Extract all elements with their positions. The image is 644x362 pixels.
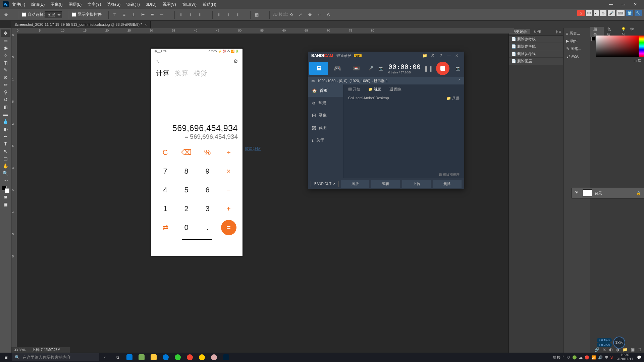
taskbar-photoshop[interactable] (220, 353, 232, 362)
tool-hand[interactable]: ✋ (1, 162, 10, 170)
sogou-ime-icon[interactable]: S (577, 10, 585, 16)
tray-expand-icon[interactable]: ˄ (562, 355, 565, 360)
bandicam-sort[interactable]: ⊟ 按日期排序 (343, 171, 464, 178)
history-item[interactable]: 📄 删除图层 (509, 58, 563, 65)
tool-dodge[interactable]: ◐ (1, 125, 10, 133)
bandicam-nav-general[interactable]: ⚙ 常规 (308, 97, 343, 109)
align-hcenter-icon[interactable]: ≣ (149, 11, 156, 18)
hue-slider[interactable] (639, 36, 644, 57)
history-item[interactable]: 📄 删除参考线 (509, 36, 563, 43)
auto-select-dropdown[interactable]: 图层 (45, 11, 62, 18)
tool-lasso[interactable]: ◉ (1, 44, 10, 52)
bandicam-mode-screen[interactable]: 🖥 (309, 62, 328, 75)
layer-lock-icon[interactable]: 🔒 (636, 191, 641, 195)
bandicam-timer-icon[interactable]: ⏱ (429, 53, 437, 58)
align-bottom-icon[interactable]: ⊥ (130, 11, 137, 18)
tool-spot-heal[interactable]: ⊛ (1, 74, 10, 81)
bandicam-screenshot-button[interactable]: 📷 (453, 66, 463, 71)
bandicam-mode-device[interactable]: 📼 (347, 62, 366, 75)
bandicam-edit-button[interactable]: 编辑 (371, 180, 400, 188)
bandicam-titlebar[interactable]: BANDICAM 班迪录屏 VIP 📁 ⏱ ? — ✕ (308, 52, 464, 60)
window-minimize-button[interactable]: — (605, 0, 617, 9)
color-swatches[interactable] (2, 186, 9, 193)
tray-sogou-icon[interactable]: S (610, 355, 613, 359)
tray-shield-icon[interactable]: 🛡 (567, 355, 570, 359)
distribute-1-icon[interactable]: ⦀ (177, 11, 184, 18)
ime-punct-icon[interactable]: •, (594, 10, 599, 16)
menu-file[interactable]: 文件(F) (12, 2, 25, 7)
menu-3d[interactable]: 3D(D) (146, 2, 157, 7)
actions-tab[interactable]: 动作 (530, 29, 544, 34)
history-item[interactable]: 📄 删除参考线 (509, 43, 563, 50)
tray-ime-icon[interactable]: 中 (605, 355, 608, 360)
bandicam-nav-image[interactable]: 🖼 截图 (308, 122, 343, 134)
bandicam-nav-video[interactable]: 🎞 录像 (308, 109, 343, 122)
menu-view[interactable]: 视图(V) (163, 2, 176, 7)
tool-clone-stamp[interactable]: ⚲ (1, 88, 10, 96)
transform-controls-checkbox[interactable] (72, 12, 76, 17)
layer-row-background[interactable]: 👁 背景 🔒 (572, 188, 644, 198)
tool-magic-wand[interactable]: ✧ (1, 52, 10, 59)
tool-eraser[interactable]: ◧ (1, 103, 10, 111)
align-left-icon[interactable]: ⊢ (140, 11, 146, 18)
document-tab-close-icon[interactable]: × (145, 22, 147, 26)
auto-select-checkbox[interactable] (22, 12, 26, 17)
expand-icon[interactable]: ⌃ (458, 79, 461, 83)
taskbar-app2[interactable] (172, 353, 184, 362)
tray-onedrive-icon[interactable]: ☁ (579, 355, 583, 360)
taskbar-edge[interactable] (160, 353, 172, 362)
tool-gradient[interactable]: ▬ (1, 111, 10, 118)
tool-rectangle[interactable]: ▢ (1, 155, 10, 162)
bandicam-upload-button[interactable]: 上传 (402, 180, 431, 188)
align-right-icon[interactable]: ⊣ (158, 11, 165, 18)
bandicam-nav-about[interactable]: ℹ 关于 (308, 134, 343, 146)
menu-edit[interactable]: 编辑(E) (31, 2, 45, 7)
tool-quickmask[interactable]: ◙ (1, 193, 10, 200)
bandicam-folder-icon[interactable]: 📁 (421, 53, 429, 58)
menu-window[interactable]: 窗口(W) (182, 2, 197, 7)
taskbar-app3[interactable] (196, 353, 208, 362)
taskbar-search[interactable]: 🔍 在这里输入你要搜索的内容 (12, 353, 99, 361)
ime-keyboard-icon[interactable]: ⌨ (616, 10, 625, 16)
bandicam-pause-button[interactable]: ❚❚ (424, 65, 433, 72)
bandicut-link[interactable]: BANDICUT ↗ (311, 181, 339, 187)
ime-emoji-icon[interactable]: ☺ (600, 10, 606, 16)
taskbar-taskview[interactable]: ⧉ (111, 353, 123, 362)
bandicam-tab-image[interactable]: 🖼 图像 (389, 87, 401, 92)
layer-visibility-icon[interactable]: 👁 (575, 190, 580, 196)
tray-bandicam-icon[interactable]: 🔴 (585, 355, 589, 360)
mini-brush[interactable]: 🖌 画笔 (564, 53, 590, 60)
distribute-2-icon[interactable]: ⦀ (187, 11, 194, 18)
bandicam-folder-label[interactable]: 📁 录屏 (446, 96, 460, 101)
mini-brush-preset[interactable]: ✎ 画笔... (564, 45, 590, 53)
taskbar-app1[interactable] (136, 353, 148, 362)
ime-skin-icon[interactable]: 👕 (626, 10, 633, 16)
align-top-icon[interactable]: ⊤ (111, 11, 118, 18)
distribute-5-icon[interactable]: ⦀ (225, 11, 231, 18)
taskbar-cortana[interactable]: ○ (99, 353, 111, 362)
bandicam-delete-button[interactable]: 删除 (433, 180, 462, 188)
ime-mic-icon[interactable]: 🎤 (608, 10, 615, 16)
bandicam-tab-start[interactable]: ▦ 开始 (348, 87, 360, 92)
window-close-button[interactable]: ✕ (629, 0, 641, 9)
start-button[interactable]: ⊞ (0, 353, 12, 362)
zoom-level[interactable]: 33.33% (14, 348, 25, 352)
menu-select[interactable]: 选择(S) (107, 2, 120, 7)
menu-help[interactable]: 帮助(H) (203, 2, 216, 7)
color-picker-field[interactable] (596, 36, 639, 57)
taskbar-explorer[interactable] (148, 353, 160, 362)
menu-filter[interactable]: 滤镜(T) (126, 2, 140, 7)
tool-brush[interactable]: ✏ (1, 81, 10, 88)
window-restore-button[interactable]: ▭ (617, 0, 629, 9)
bandicam-play-button[interactable]: 播放 (341, 180, 370, 188)
document-tab[interactable]: Screenshot_2020-11-17-19-29-55-813_com.m… (11, 21, 151, 28)
overlap-icon[interactable]: ▦ (253, 11, 260, 18)
bandicam-close-button[interactable]: ✕ (453, 53, 461, 58)
taskbar-app4[interactable] (208, 353, 220, 362)
tool-history-brush[interactable]: ↺ (1, 96, 10, 103)
bandicam-tab-video[interactable]: 📁 视频 (368, 87, 381, 92)
tray-link-text[interactable]: 链接 (553, 355, 560, 360)
mini-history[interactable]: ≡ 历史... (564, 29, 590, 37)
tray-guard-icon[interactable]: 🟢 (572, 355, 577, 360)
distribute-3-icon[interactable]: ⦀ (196, 11, 203, 18)
